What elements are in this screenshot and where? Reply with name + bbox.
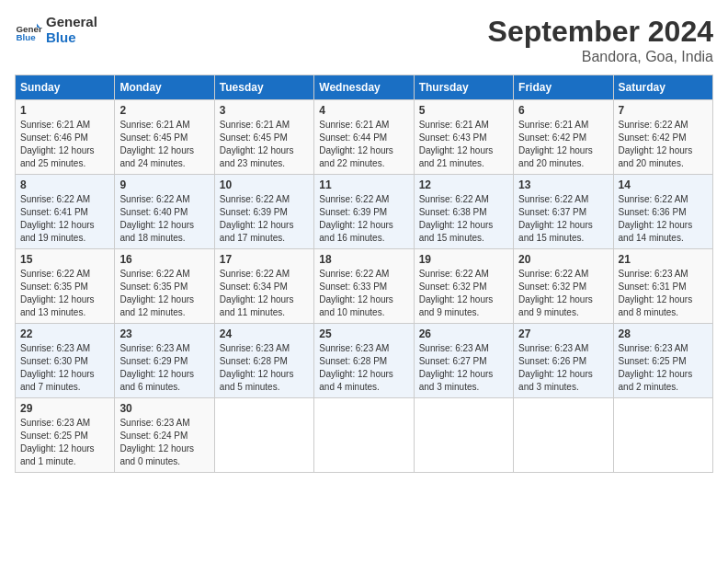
day-number: 13 — [518, 178, 608, 191]
day-info: Sunrise: 6:23 AM Sunset: 6:28 PM Dayligh… — [220, 342, 309, 394]
calendar-cell: 21Sunrise: 6:23 AM Sunset: 6:31 PM Dayli… — [613, 249, 712, 324]
day-number: 18 — [319, 253, 408, 266]
day-info: Sunrise: 6:22 AM Sunset: 6:39 PM Dayligh… — [220, 193, 309, 245]
calendar-week-row: 29Sunrise: 6:23 AM Sunset: 6:25 PM Dayli… — [16, 398, 713, 473]
day-number: 9 — [119, 178, 209, 191]
day-info: Sunrise: 6:21 AM Sunset: 6:46 PM Dayligh… — [20, 119, 109, 170]
calendar-cell: 17Sunrise: 6:22 AM Sunset: 6:34 PM Dayli… — [214, 249, 313, 324]
calendar-cell: 30Sunrise: 6:23 AM Sunset: 6:24 PM Dayli… — [115, 398, 214, 473]
day-info: Sunrise: 6:23 AM Sunset: 6:28 PM Dayligh… — [319, 342, 408, 394]
calendar-cell — [613, 398, 712, 473]
day-number: 12 — [419, 178, 508, 191]
calendar-cell: 25Sunrise: 6:23 AM Sunset: 6:28 PM Dayli… — [314, 324, 414, 398]
calendar-cell: 22Sunrise: 6:23 AM Sunset: 6:30 PM Dayli… — [16, 324, 115, 398]
weekday-header: Tuesday — [214, 75, 313, 100]
logo-blue: Blue — [46, 30, 97, 46]
day-number: 17 — [220, 253, 309, 266]
day-info: Sunrise: 6:22 AM Sunset: 6:35 PM Dayligh… — [119, 268, 209, 319]
calendar-cell: 7Sunrise: 6:22 AM Sunset: 6:42 PM Daylig… — [613, 100, 712, 175]
day-info: Sunrise: 6:21 AM Sunset: 6:45 PM Dayligh… — [119, 119, 209, 170]
day-info: Sunrise: 6:21 AM Sunset: 6:42 PM Dayligh… — [518, 119, 608, 170]
day-info: Sunrise: 6:22 AM Sunset: 6:38 PM Dayligh… — [419, 193, 508, 245]
day-number: 16 — [119, 253, 209, 266]
day-number: 24 — [220, 327, 309, 340]
calendar-cell: 20Sunrise: 6:22 AM Sunset: 6:32 PM Dayli… — [514, 249, 613, 324]
weekday-header: Thursday — [414, 75, 513, 100]
logo: General Blue General Blue — [15, 15, 97, 45]
day-info: Sunrise: 6:22 AM Sunset: 6:35 PM Dayligh… — [20, 268, 109, 319]
calendar-cell: 14Sunrise: 6:22 AM Sunset: 6:36 PM Dayli… — [613, 175, 712, 249]
calendar-cell: 27Sunrise: 6:23 AM Sunset: 6:26 PM Dayli… — [514, 324, 613, 398]
svg-text:Blue: Blue — [17, 32, 37, 42]
day-number: 30 — [119, 402, 209, 415]
calendar-cell: 16Sunrise: 6:22 AM Sunset: 6:35 PM Dayli… — [115, 249, 214, 324]
day-number: 29 — [20, 402, 109, 415]
day-info: Sunrise: 6:23 AM Sunset: 6:25 PM Dayligh… — [20, 417, 109, 468]
calendar-cell: 11Sunrise: 6:22 AM Sunset: 6:39 PM Dayli… — [314, 175, 414, 249]
day-number: 27 — [518, 327, 608, 340]
calendar-cell: 4Sunrise: 6:21 AM Sunset: 6:44 PM Daylig… — [314, 100, 414, 175]
weekday-header: Friday — [514, 75, 613, 100]
day-number: 2 — [119, 104, 209, 117]
calendar-cell — [514, 398, 613, 473]
day-number: 28 — [619, 327, 708, 340]
day-info: Sunrise: 6:22 AM Sunset: 6:37 PM Dayligh… — [518, 193, 608, 245]
calendar-cell: 3Sunrise: 6:21 AM Sunset: 6:45 PM Daylig… — [214, 100, 313, 175]
calendar-cell: 9Sunrise: 6:22 AM Sunset: 6:40 PM Daylig… — [115, 175, 214, 249]
weekday-header-row: SundayMondayTuesdayWednesdayThursdayFrid… — [16, 75, 713, 100]
calendar-week-row: 22Sunrise: 6:23 AM Sunset: 6:30 PM Dayli… — [16, 324, 713, 398]
day-info: Sunrise: 6:22 AM Sunset: 6:32 PM Dayligh… — [419, 268, 508, 319]
day-number: 14 — [619, 178, 708, 191]
calendar-cell: 19Sunrise: 6:22 AM Sunset: 6:32 PM Dayli… — [414, 249, 513, 324]
location: Bandora, Goa, India — [488, 49, 713, 65]
calendar-cell: 23Sunrise: 6:23 AM Sunset: 6:29 PM Dayli… — [115, 324, 214, 398]
weekday-header: Monday — [115, 75, 214, 100]
day-info: Sunrise: 6:23 AM Sunset: 6:24 PM Dayligh… — [119, 417, 209, 468]
calendar-cell: 5Sunrise: 6:21 AM Sunset: 6:43 PM Daylig… — [414, 100, 513, 175]
calendar-cell: 28Sunrise: 6:23 AM Sunset: 6:25 PM Dayli… — [613, 324, 712, 398]
calendar-cell: 13Sunrise: 6:22 AM Sunset: 6:37 PM Dayli… — [514, 175, 613, 249]
calendar-week-row: 8Sunrise: 6:22 AM Sunset: 6:41 PM Daylig… — [16, 175, 713, 249]
calendar-cell: 6Sunrise: 6:21 AM Sunset: 6:42 PM Daylig… — [514, 100, 613, 175]
day-info: Sunrise: 6:22 AM Sunset: 6:40 PM Dayligh… — [119, 193, 209, 245]
day-info: Sunrise: 6:21 AM Sunset: 6:43 PM Dayligh… — [419, 119, 508, 170]
day-number: 10 — [220, 178, 309, 191]
day-info: Sunrise: 6:21 AM Sunset: 6:45 PM Dayligh… — [220, 119, 309, 170]
day-info: Sunrise: 6:22 AM Sunset: 6:32 PM Dayligh… — [518, 268, 608, 319]
day-info: Sunrise: 6:23 AM Sunset: 6:29 PM Dayligh… — [119, 342, 209, 394]
calendar-cell: 15Sunrise: 6:22 AM Sunset: 6:35 PM Dayli… — [16, 249, 115, 324]
day-number: 23 — [119, 327, 209, 340]
day-number: 3 — [220, 104, 309, 117]
day-info: Sunrise: 6:22 AM Sunset: 6:42 PM Dayligh… — [619, 119, 708, 170]
day-number: 21 — [619, 253, 708, 266]
calendar-table: SundayMondayTuesdayWednesdayThursdayFrid… — [15, 75, 713, 473]
month-title: September 2024 — [488, 15, 713, 49]
day-number: 1 — [20, 104, 109, 117]
day-info: Sunrise: 6:23 AM Sunset: 6:26 PM Dayligh… — [518, 342, 608, 394]
calendar-cell: 1Sunrise: 6:21 AM Sunset: 6:46 PM Daylig… — [16, 100, 115, 175]
calendar-week-row: 1Sunrise: 6:21 AM Sunset: 6:46 PM Daylig… — [16, 100, 713, 175]
day-number: 20 — [518, 253, 608, 266]
day-info: Sunrise: 6:23 AM Sunset: 6:27 PM Dayligh… — [419, 342, 508, 394]
day-info: Sunrise: 6:22 AM Sunset: 6:41 PM Dayligh… — [20, 193, 109, 245]
weekday-header: Saturday — [613, 75, 712, 100]
weekday-header: Wednesday — [314, 75, 414, 100]
day-number: 25 — [319, 327, 408, 340]
day-info: Sunrise: 6:23 AM Sunset: 6:31 PM Dayligh… — [619, 268, 708, 319]
day-number: 26 — [419, 327, 508, 340]
calendar-cell: 24Sunrise: 6:23 AM Sunset: 6:28 PM Dayli… — [214, 324, 313, 398]
day-number: 7 — [619, 104, 708, 117]
day-number: 4 — [319, 104, 408, 117]
day-number: 8 — [20, 178, 109, 191]
day-info: Sunrise: 6:21 AM Sunset: 6:44 PM Dayligh… — [319, 119, 408, 170]
logo-icon: General Blue — [15, 17, 42, 44]
title-block: September 2024 Bandora, Goa, India — [488, 15, 713, 65]
day-info: Sunrise: 6:22 AM Sunset: 6:39 PM Dayligh… — [319, 193, 408, 245]
day-info: Sunrise: 6:22 AM Sunset: 6:36 PM Dayligh… — [619, 193, 708, 245]
day-info: Sunrise: 6:22 AM Sunset: 6:34 PM Dayligh… — [220, 268, 309, 319]
calendar-cell: 8Sunrise: 6:22 AM Sunset: 6:41 PM Daylig… — [16, 175, 115, 249]
calendar-week-row: 15Sunrise: 6:22 AM Sunset: 6:35 PM Dayli… — [16, 249, 713, 324]
day-number: 6 — [518, 104, 608, 117]
calendar-cell — [414, 398, 513, 473]
day-info: Sunrise: 6:22 AM Sunset: 6:33 PM Dayligh… — [319, 268, 408, 319]
